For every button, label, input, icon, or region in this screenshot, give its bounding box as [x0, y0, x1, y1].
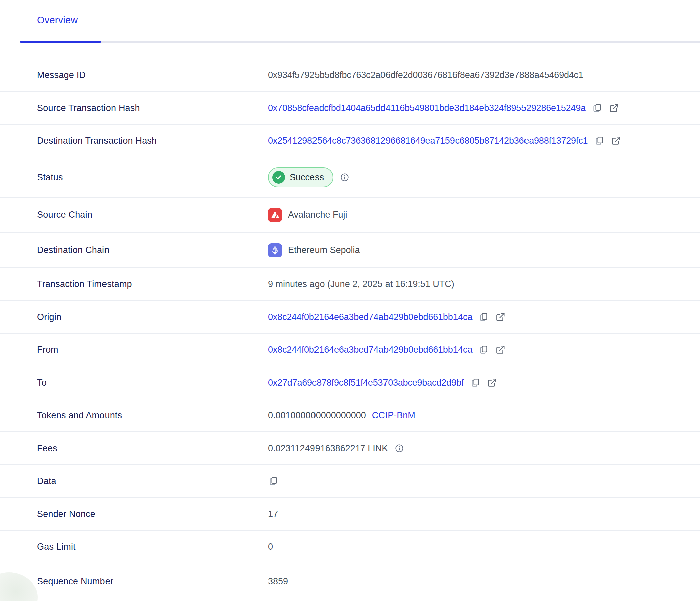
message-id-label: Message ID: [37, 70, 268, 80]
copy-icon[interactable]: [478, 311, 489, 322]
destination-chain-name: Ethereum Sepolia: [288, 245, 360, 255]
row-gas-limit: Gas Limit 0: [0, 531, 700, 564]
external-link-icon[interactable]: [608, 102, 619, 113]
token-symbol-link[interactable]: CCIP-BnM: [372, 410, 415, 421]
row-destination-tx-hash: Destination Transaction Hash 0x254129825…: [0, 125, 700, 157]
copy-icon[interactable]: [478, 344, 489, 355]
info-icon[interactable]: [339, 172, 350, 182]
row-sender-nonce: Sender Nonce 17: [0, 498, 700, 531]
row-sequence-number: Sequence Number 3859: [0, 564, 700, 599]
transaction-timestamp-label: Transaction Timestamp: [37, 279, 268, 290]
fees-label: Fees: [37, 443, 268, 454]
row-origin: Origin 0x8c244f0b2164e6a3bed74ab429b0ebd…: [0, 301, 700, 334]
to-label: To: [37, 378, 268, 388]
tab-track: [20, 41, 700, 43]
status-badge: Success: [268, 167, 333, 187]
origin-label: Origin: [37, 312, 268, 322]
from-address-link[interactable]: 0x8c244f0b2164e6a3bed74ab429b0ebd661bb14…: [268, 345, 472, 355]
tab-bar: Overview: [0, 0, 700, 44]
gas-limit-label: Gas Limit: [37, 542, 268, 552]
destination-tx-hash-label: Destination Transaction Hash: [37, 136, 268, 146]
destination-chain-label: Destination Chain: [37, 245, 268, 255]
to-address-link[interactable]: 0x27d7a69c878f9c8f51f4e53703abce9bacd2d9…: [268, 378, 464, 388]
status-label: Status: [37, 172, 268, 182]
row-data: Data: [0, 465, 700, 498]
data-label: Data: [37, 476, 268, 486]
copy-icon[interactable]: [594, 135, 604, 146]
copy-icon[interactable]: [592, 102, 603, 113]
copy-icon[interactable]: [268, 476, 279, 486]
sender-nonce-label: Sender Nonce: [37, 509, 268, 519]
row-status: Status Success: [0, 157, 700, 198]
token-amount-value: 0.001000000000000000: [268, 410, 366, 421]
check-circle-icon: [272, 171, 285, 183]
copy-icon[interactable]: [470, 377, 481, 388]
row-to: To 0x27d7a69c878f9c8f51f4e53703abce9bacd…: [0, 367, 700, 399]
fees-value: 0.023112499163862217 LINK: [268, 443, 388, 454]
external-link-icon[interactable]: [495, 311, 506, 322]
row-source-chain: Source Chain Avalanche Fuji: [0, 198, 700, 233]
source-chain-name: Avalanche Fuji: [288, 210, 347, 220]
external-link-icon[interactable]: [495, 344, 506, 355]
row-destination-chain: Destination Chain Ethereum Sepolia: [0, 233, 700, 268]
message-id-value: 0x934f57925b5d8fbc763c2a06dfe2d003676816…: [268, 70, 583, 80]
row-source-tx-hash: Source Transaction Hash 0x70858cfeadcfbd…: [0, 92, 700, 125]
destination-tx-hash-link[interactable]: 0x25412982564c8c7363681296681649ea7159c6…: [268, 136, 588, 146]
sequence-number-label: Sequence Number: [37, 576, 268, 586]
ethereum-logo-icon: [268, 243, 282, 257]
source-tx-hash-link[interactable]: 0x70858cfeadcfbd1404a65dd4116b549801bde3…: [268, 103, 586, 113]
transaction-details-table: Message ID 0x934f57925b5d8fbc763c2a06dfe…: [0, 59, 700, 599]
row-fees: Fees 0.023112499163862217 LINK: [0, 432, 700, 465]
tab-active-indicator: [20, 41, 101, 43]
sequence-number-value: 3859: [268, 576, 288, 586]
origin-address-link[interactable]: 0x8c244f0b2164e6a3bed74ab429b0ebd661bb14…: [268, 312, 472, 322]
from-label: From: [37, 345, 268, 355]
source-tx-hash-label: Source Transaction Hash: [37, 103, 268, 113]
row-tokens-and-amounts: Tokens and Amounts 0.001000000000000000 …: [0, 399, 700, 432]
transaction-timestamp-value: 9 minutes ago (June 2, 2025 at 16:19:51 …: [268, 279, 454, 290]
gas-limit-value: 0: [268, 542, 273, 552]
external-link-icon[interactable]: [486, 377, 497, 388]
row-transaction-timestamp: Transaction Timestamp 9 minutes ago (Jun…: [0, 268, 700, 301]
tab-overview[interactable]: Overview: [37, 15, 78, 26]
source-chain-label: Source Chain: [37, 210, 268, 220]
avalanche-logo-icon: [268, 208, 282, 222]
row-from: From 0x8c244f0b2164e6a3bed74ab429b0ebd66…: [0, 334, 700, 367]
status-badge-text: Success: [290, 172, 324, 182]
sender-nonce-value: 17: [268, 509, 278, 519]
info-icon[interactable]: [394, 443, 405, 454]
tokens-and-amounts-label: Tokens and Amounts: [37, 410, 268, 421]
row-message-id: Message ID 0x934f57925b5d8fbc763c2a06dfe…: [0, 59, 700, 92]
external-link-icon[interactable]: [610, 135, 621, 146]
